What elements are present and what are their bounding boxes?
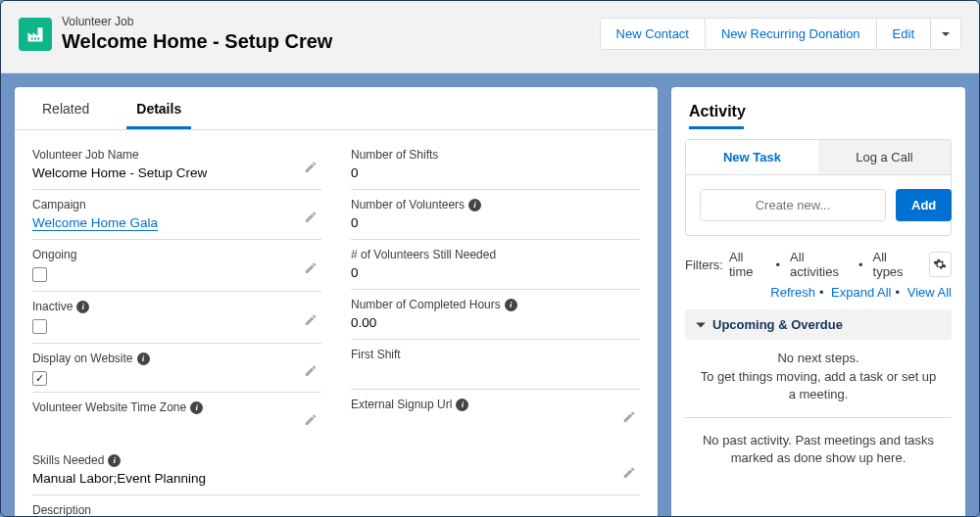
- title-underline: [689, 126, 744, 129]
- field-number-of-shifts: Number of Shifts 0: [351, 140, 640, 190]
- field-external-signup-url: External Signup Urli: [351, 390, 640, 439]
- checkbox-ongoing[interactable]: [32, 267, 47, 282]
- field-first-shift: First Shift: [351, 340, 640, 390]
- activity-links: Refresh• Expand All• View All: [671, 285, 965, 309]
- field-label: Inactivei: [32, 300, 292, 313]
- upcoming-overdue-section[interactable]: Upcoming & Overdue: [685, 309, 952, 340]
- activity-title: Activity: [671, 87, 965, 126]
- field-value: [32, 418, 292, 436]
- field-label: Number of Completed Hoursi: [351, 298, 611, 311]
- field-ongoing: Ongoing: [32, 240, 321, 292]
- activity-panel: Activity New Task Log a Call Add Filters…: [671, 87, 965, 517]
- filter-time: All time: [729, 250, 766, 279]
- new-contact-button[interactable]: New Contact: [601, 19, 705, 49]
- field-label: Number of Shifts: [351, 148, 611, 162]
- more-actions-button[interactable]: [930, 19, 960, 49]
- info-icon[interactable]: i: [190, 401, 203, 414]
- page-title: Welcome Home - Setup Crew: [62, 29, 600, 53]
- info-icon[interactable]: i: [108, 454, 121, 467]
- subtab-new-task[interactable]: New Task: [686, 140, 818, 174]
- chevron-down-icon: [695, 319, 707, 331]
- field-value: 0: [351, 265, 611, 283]
- subtab-log-a-call[interactable]: Log a Call: [818, 140, 951, 174]
- new-recurring-donation-button[interactable]: New Recurring Donation: [705, 19, 876, 49]
- info-icon[interactable]: i: [76, 301, 89, 313]
- field-value: 0: [351, 165, 611, 183]
- pencil-icon[interactable]: [304, 413, 318, 427]
- pencil-icon[interactable]: [304, 313, 318, 327]
- record-header: Volunteer Job Welcome Home - Setup Crew …: [1, 1, 979, 73]
- info-icon[interactable]: i: [468, 199, 481, 212]
- tab-related[interactable]: Related: [32, 87, 99, 129]
- info-icon[interactable]: i: [456, 399, 468, 411]
- filters-prefix: Filters:: [685, 258, 723, 272]
- view-all-link[interactable]: View All: [907, 285, 952, 300]
- record-tabs: Related Details: [15, 87, 658, 130]
- edit-button[interactable]: Edit: [876, 19, 930, 49]
- field-value: [351, 365, 611, 383]
- pencil-icon[interactable]: [622, 466, 636, 480]
- field-label: External Signup Urli: [351, 398, 611, 411]
- field-value: Welcome Home - Setup Crew: [32, 165, 292, 183]
- filter-activities: All activities: [790, 250, 849, 279]
- field-campaign: Campaign Welcome Home Gala: [32, 190, 321, 240]
- field-volunteers-still-needed: # of Volunteers Still Needed 0: [351, 240, 640, 290]
- field-number-of-volunteers: Number of Volunteersi 0: [351, 190, 640, 240]
- field-volunteer-job-name: Volunteer Job Name Welcome Home - Setup …: [32, 140, 321, 190]
- field-label: First Shift: [351, 348, 611, 361]
- filters-row: Filters: All time• All activities• All t…: [671, 250, 965, 285]
- filter-settings-button[interactable]: [929, 252, 952, 277]
- gear-icon: [933, 258, 947, 271]
- tab-details[interactable]: Details: [126, 87, 191, 129]
- pencil-icon[interactable]: [304, 161, 318, 174]
- create-new-input[interactable]: [700, 189, 886, 221]
- checkbox-inactive[interactable]: [32, 319, 47, 334]
- section-title: Upcoming & Overdue: [712, 317, 843, 332]
- field-inactive: Inactivei: [32, 292, 321, 344]
- pencil-icon[interactable]: [622, 410, 636, 424]
- checkbox-display-on-website[interactable]: ✓: [32, 371, 47, 386]
- add-button[interactable]: Add: [896, 189, 952, 221]
- field-label: Number of Volunteersi: [351, 198, 611, 212]
- field-label: # of Volunteers Still Needed: [351, 248, 611, 261]
- field-value: 0: [351, 215, 611, 233]
- header-actions: New Contact New Recurring Donation Edit: [600, 18, 961, 50]
- field-volunteer-website-time-zone: Volunteer Website Time Zonei: [32, 393, 321, 442]
- pencil-icon[interactable]: [304, 364, 318, 378]
- details-panel: Related Details Volunteer Job Name Welco…: [15, 87, 658, 517]
- field-value: Manual Labor;Event Planning: [32, 471, 611, 489]
- no-next-steps-sub: To get things moving, add a task or set …: [699, 368, 938, 403]
- field-display-on-website: Display on Websitei ✓: [32, 344, 321, 393]
- field-label: Campaign: [32, 198, 292, 212]
- refresh-link[interactable]: Refresh: [770, 285, 815, 300]
- campaign-link[interactable]: Welcome Home Gala: [32, 215, 158, 231]
- field-label: Volunteer Website Time Zonei: [32, 400, 292, 414]
- pencil-icon[interactable]: [304, 261, 318, 275]
- info-icon[interactable]: i: [505, 299, 517, 311]
- no-next-steps: No next steps.: [699, 350, 938, 367]
- field-value: [351, 415, 611, 433]
- field-skills-needed: Skills Neededi Manual Labor;Event Planni…: [32, 446, 640, 495]
- field-completed-hours: Number of Completed Hoursi 0.00: [351, 290, 640, 340]
- field-label: Skills Neededi: [32, 453, 611, 467]
- pencil-icon[interactable]: [304, 211, 318, 224]
- factory-icon: [19, 18, 52, 51]
- activity-subtabs: New Task Log a Call: [685, 139, 952, 175]
- filter-types: All types: [873, 250, 915, 279]
- field-label: Ongoing: [32, 248, 292, 261]
- field-value: 0.00: [351, 315, 611, 333]
- object-label: Volunteer Job: [62, 15, 600, 28]
- expand-all-link[interactable]: Expand All: [831, 285, 891, 300]
- no-past-activity: No past activity. Past meetings and task…: [685, 418, 952, 481]
- field-label: Description: [32, 503, 611, 517]
- field-description: Description Come join the NMH staff to h…: [32, 495, 640, 517]
- field-label: Display on Websitei: [32, 352, 292, 365]
- field-label: Volunteer Job Name: [32, 148, 292, 162]
- chevron-down-icon: [941, 29, 951, 39]
- info-icon[interactable]: i: [137, 352, 150, 365]
